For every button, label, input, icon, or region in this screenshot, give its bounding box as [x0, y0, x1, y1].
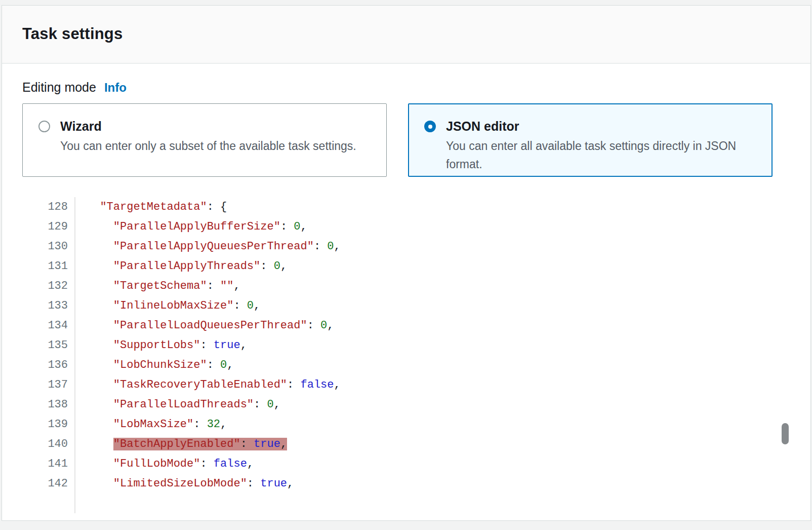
info-link[interactable]: Info — [104, 81, 127, 94]
code-line: 141 "FullLobMode": false, — [22, 454, 773, 474]
code-line: 128 "TargetMetadata": { — [22, 197, 773, 217]
line-number: 131 — [22, 256, 75, 276]
page-title: Task settings — [22, 25, 810, 43]
code-text — [75, 494, 87, 513]
line-number: 138 — [22, 395, 75, 414]
vertical-scrollbar-thumb[interactable] — [782, 423, 789, 444]
code-line: 132 "TargetSchema": "", — [22, 276, 773, 296]
wizard-radio-icon[interactable] — [38, 121, 50, 132]
line-number: 133 — [22, 296, 75, 316]
code-text: "TargetSchema": "", — [75, 276, 240, 296]
code-text: "ParallelApplyBufferSize": 0, — [75, 217, 307, 237]
line-number: 140 — [22, 434, 75, 454]
editing-mode-row: Editing modeInfo — [22, 80, 773, 95]
code-line: 136 "LobChunkSize": 0, — [22, 355, 773, 375]
json-editor-tile[interactable]: JSON editor You can enter all available … — [408, 103, 773, 177]
code-line: 139 "LobMaxSize": 32, — [22, 414, 773, 434]
line-number: 137 — [22, 375, 75, 395]
editing-mode-label: Editing mode — [22, 80, 96, 94]
wizard-tile-content: Wizard You can enter only a subset of th… — [60, 117, 356, 155]
line-number — [22, 494, 75, 513]
code-line: 130 "ParallelApplyQueuesPerThread": 0, — [22, 237, 773, 256]
code-text: "ParallelApplyQueuesPerThread": 0, — [75, 237, 341, 256]
code-line: 142 "LimitedSizeLobMode": true, — [22, 474, 773, 494]
wizard-tile-title: Wizard — [60, 117, 356, 136]
line-number: 141 — [22, 454, 75, 474]
code-line: 133 "InlineLobMaxSize": 0, — [22, 296, 773, 316]
line-number: 132 — [22, 276, 75, 296]
code-text: "LobMaxSize": 32, — [75, 414, 227, 434]
code-text: "FullLobMode": false, — [75, 454, 254, 474]
code-line: 135 "SupportLobs": true, — [22, 335, 773, 355]
line-number: 139 — [22, 414, 75, 434]
code-text: "InlineLobMaxSize": 0, — [75, 296, 260, 316]
code-line: 131 "ParallelApplyThreads": 0, — [22, 256, 773, 276]
json-editor-tile-content: JSON editor You can enter all available … — [446, 117, 750, 173]
line-number: 129 — [22, 217, 75, 237]
code-text: "ParallelLoadThreads": 0, — [75, 395, 280, 414]
code-text: "TargetMetadata": { — [75, 197, 227, 217]
line-number: 135 — [22, 335, 75, 355]
task-settings-panel: Task settings Editing modeInfo Wizard Yo… — [2, 5, 811, 521]
code-text: "TaskRecoveryTableEnabled": false, — [75, 375, 341, 395]
wizard-tile-description: You can enter only a subset of the avail… — [60, 137, 356, 155]
code-text: "ParallelLoadQueuesPerThread": 0, — [75, 316, 334, 335]
line-number: 142 — [22, 474, 75, 494]
code-line — [22, 494, 773, 513]
code-line: 129 "ParallelApplyBufferSize": 0, — [22, 217, 773, 237]
line-number: 128 — [22, 197, 75, 217]
line-number: 130 — [22, 237, 75, 256]
json-editor-tile-description: You can enter all available task setting… — [446, 137, 750, 173]
line-number: 136 — [22, 355, 75, 375]
json-editor-radio-icon[interactable] — [424, 121, 436, 132]
code-text: "ParallelApplyThreads": 0, — [75, 256, 287, 276]
code-text: "SupportLobs": true, — [75, 335, 247, 355]
code-line: 140 "BatchApplyEnabled": true, — [22, 434, 773, 454]
line-number: 134 — [22, 316, 75, 335]
code-line: 137 "TaskRecoveryTableEnabled": false, — [22, 375, 773, 395]
code-line: 134 "ParallelLoadQueuesPerThread": 0, — [22, 316, 773, 335]
panel-header: Task settings — [2, 6, 810, 64]
json-editor-tile-title: JSON editor — [446, 117, 750, 136]
code-text: "LobChunkSize": 0, — [75, 355, 233, 375]
code-line: 138 "ParallelLoadThreads": 0, — [22, 395, 773, 414]
code-text: "LimitedSizeLobMode": true, — [75, 474, 294, 494]
json-editor-code-area[interactable]: 128 "TargetMetadata": {129 "ParallelAppl… — [22, 197, 773, 513]
panel-body: Editing modeInfo Wizard You can enter on… — [2, 64, 810, 513]
editing-mode-tiles: Wizard You can enter only a subset of th… — [22, 103, 773, 177]
wizard-tile[interactable]: Wizard You can enter only a subset of th… — [22, 103, 387, 177]
code-text: "BatchApplyEnabled": true, — [75, 434, 287, 454]
